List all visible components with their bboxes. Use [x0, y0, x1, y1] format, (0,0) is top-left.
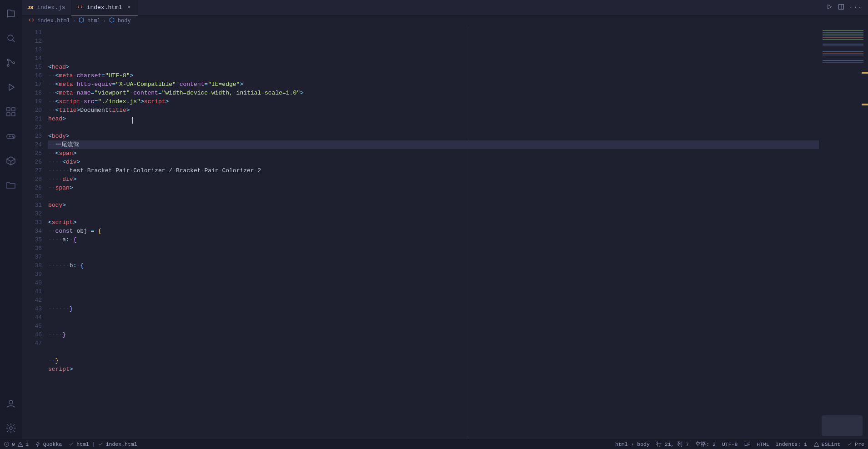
- activity-bar: [0, 0, 22, 439]
- cube-icon: [109, 17, 115, 25]
- svg-point-9: [12, 136, 13, 137]
- run-icon[interactable]: [826, 3, 833, 12]
- svg-rect-4: [7, 108, 10, 111]
- svg-rect-6: [7, 113, 10, 116]
- svg-point-12: [10, 427, 12, 429]
- tab-label: index.html: [87, 4, 122, 11]
- extensions-icon[interactable]: [0, 101, 22, 123]
- code-content[interactable]: <head>··<meta·charset="UTF-8">··<meta·ht…: [48, 26, 819, 439]
- editor-actions: ···: [826, 0, 868, 15]
- html-file-icon: [77, 4, 83, 12]
- status-quokka[interactable]: Quokka: [35, 441, 62, 447]
- close-icon[interactable]: ×: [126, 4, 132, 11]
- svg-point-11: [9, 400, 13, 404]
- status-eol[interactable]: LF: [744, 441, 750, 447]
- run-debug-icon[interactable]: [0, 76, 22, 98]
- svg-rect-5: [12, 108, 15, 111]
- account-icon[interactable]: [0, 393, 22, 414]
- editor-area: JS index.js index.html × ··· index: [22, 0, 868, 439]
- tab-label: index.js: [37, 4, 65, 11]
- editor-body[interactable]: 1112131415161718192021222324252627282930…: [22, 26, 868, 439]
- status-line-col[interactable]: 行 21, 列 7: [656, 441, 689, 448]
- status-prettier-file[interactable]: html | index.html: [68, 441, 137, 447]
- status-indents[interactable]: Indents: 1: [776, 441, 807, 447]
- more-actions-icon[interactable]: ···: [849, 4, 863, 11]
- folder-icon[interactable]: [0, 175, 22, 196]
- status-problems[interactable]: 0 1: [4, 441, 29, 447]
- svg-point-0: [8, 35, 13, 40]
- status-label: html |: [76, 441, 95, 447]
- tab-index-js[interactable]: JS index.js: [22, 0, 71, 15]
- status-selector[interactable]: html › body: [615, 441, 650, 447]
- svg-point-10: [13, 137, 14, 138]
- source-control-icon[interactable]: [0, 52, 22, 74]
- tabs-row: JS index.js index.html × ···: [22, 0, 868, 15]
- breadcrumb-segment[interactable]: html: [87, 18, 100, 24]
- status-encoding[interactable]: UTF-8: [722, 441, 738, 447]
- breadcrumb-segment[interactable]: body: [118, 18, 131, 24]
- chevron-right-icon: ›: [103, 19, 106, 24]
- breadcrumb-file: index.html: [37, 18, 70, 24]
- status-label: index.html: [106, 441, 137, 447]
- cube-icon: [78, 17, 85, 25]
- app-root: JS index.js index.html × ··· index: [0, 0, 868, 449]
- status-prettier[interactable]: Pre: [847, 441, 864, 447]
- main-row: JS index.js index.html × ··· index: [0, 0, 868, 439]
- breadcrumb[interactable]: index.html › html › body: [22, 15, 868, 26]
- status-spaces[interactable]: 空格: 2: [695, 441, 716, 448]
- status-quokka-label: Quokka: [43, 441, 62, 447]
- status-language[interactable]: HTML: [757, 441, 769, 447]
- game-icon[interactable]: [0, 125, 22, 147]
- error-count: 0: [12, 441, 15, 447]
- js-file-icon: JS: [27, 5, 33, 10]
- split-editor-icon[interactable]: [838, 3, 845, 12]
- status-bar: 0 1 Quokka html | index.html html › body…: [0, 439, 868, 449]
- text-cursor-indicator: [132, 117, 133, 124]
- search-icon[interactable]: [0, 27, 22, 49]
- svg-rect-7: [12, 113, 15, 116]
- settings-gear-icon[interactable]: [0, 417, 22, 439]
- scroll-marker-overlay: [862, 26, 868, 439]
- status-eslint[interactable]: ESLint: [813, 441, 840, 447]
- warning-count: 1: [25, 441, 29, 447]
- line-number-gutter: 1112131415161718192021222324252627282930…: [22, 26, 48, 439]
- minimap[interactable]: [819, 26, 868, 439]
- tab-index-html[interactable]: index.html ×: [71, 0, 138, 15]
- watermark-logo: [822, 415, 863, 436]
- html-file-icon: [28, 17, 35, 25]
- package-icon[interactable]: [0, 150, 22, 172]
- chevron-right-icon: ›: [73, 19, 75, 24]
- explorer-icon[interactable]: [0, 3, 22, 25]
